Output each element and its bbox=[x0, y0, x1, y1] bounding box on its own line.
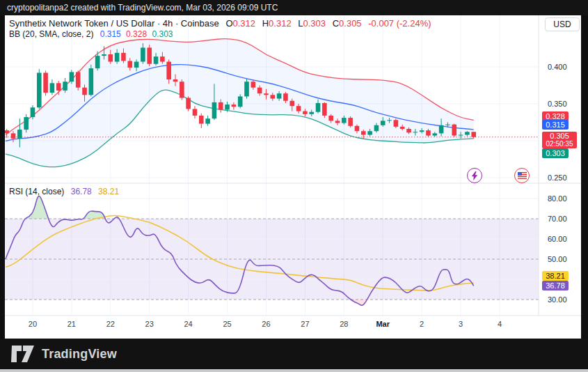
rsi-tick-label: 60.00 bbox=[548, 235, 567, 243]
rsi-tick-label: 50.00 bbox=[548, 255, 567, 263]
time-axis-label: 28 bbox=[340, 320, 348, 328]
time-axis-label: 3 bbox=[459, 320, 463, 328]
us-flag-event-icon[interactable] bbox=[514, 168, 530, 183]
ohlc-close-value: 0.305 bbox=[339, 18, 362, 29]
symbol-title[interactable]: Synthetix Network Token / US Dollar · 4h… bbox=[9, 18, 219, 29]
time-axis-label: 27 bbox=[301, 320, 309, 328]
tradingview-wordmark: TradingView bbox=[42, 347, 117, 362]
time-axis-label: 2 bbox=[420, 320, 424, 328]
window-edge-strip bbox=[0, 369, 588, 372]
time-axis-label: 25 bbox=[223, 320, 231, 328]
chart-canvas[interactable] bbox=[0, 0, 588, 372]
time-axis-label: 23 bbox=[145, 320, 154, 328]
right-frame-strip bbox=[581, 15, 588, 339]
price-tick-label: 0.250 bbox=[548, 173, 567, 182]
time-axis-label: 20 bbox=[29, 320, 37, 328]
ohlc-low-label: L bbox=[298, 18, 303, 29]
ohlc-high-label: H bbox=[262, 18, 269, 29]
ohlc-close-label: C bbox=[333, 18, 339, 29]
time-axis-label: 24 bbox=[184, 320, 193, 328]
price-level-badge: 0.315 bbox=[542, 120, 569, 130]
lightning-event-icon[interactable] bbox=[467, 168, 482, 183]
left-frame-strip bbox=[0, 15, 5, 339]
change-value: -0.007 (-2.24%) bbox=[368, 18, 431, 29]
snapshot-attribution-bar: cryptopolitanpa2 created with TradingVie… bbox=[0, 0, 588, 15]
ohlc-open-value: 0.312 bbox=[233, 18, 256, 29]
lightning-bolt-glyph bbox=[470, 171, 479, 180]
currency-toggle-button[interactable]: USD bbox=[545, 17, 580, 31]
price-tick-label: 0.400 bbox=[548, 63, 567, 71]
time-axis-label: 21 bbox=[67, 320, 76, 328]
price-level-badge: 0.303 bbox=[542, 148, 569, 158]
attribution-text: cryptopolitanpa2 created with TradingVie… bbox=[7, 3, 278, 13]
bb-lower-value: 0.303 bbox=[152, 29, 173, 39]
bb-upper-value: 0.328 bbox=[126, 29, 147, 39]
ohlc-low-value: 0.303 bbox=[303, 18, 326, 29]
bb-indicator-legend[interactable]: BB (20, SMA, close, 2) 0.315 0.328 0.303 bbox=[9, 29, 173, 39]
bb-mid-value: 0.315 bbox=[100, 29, 121, 39]
rsi-ma-value: 38.21 bbox=[98, 187, 119, 196]
rsi-tick-label: 70.00 bbox=[548, 215, 567, 223]
time-axis-label: 26 bbox=[262, 320, 270, 328]
time-axis-label: 22 bbox=[106, 320, 115, 328]
tradingview-logo-icon bbox=[11, 345, 35, 363]
rsi-level-badge: 36.78 bbox=[542, 281, 569, 290]
ohlc-high-value: 0.312 bbox=[269, 18, 292, 29]
symbol-header[interactable]: Synthetix Network Token / US Dollar · 4h… bbox=[9, 18, 431, 29]
tradingview-logo-link[interactable]: TradingView bbox=[11, 345, 117, 363]
us-flag-glyph bbox=[518, 172, 527, 179]
bb-label: BB (20, SMA, close, 2) bbox=[9, 29, 93, 39]
footer-bar: TradingView bbox=[0, 339, 588, 369]
price-tick-label: 0.350 bbox=[548, 100, 567, 108]
rsi-level-badge: 38.21 bbox=[542, 271, 569, 281]
currency-label: USD bbox=[553, 20, 571, 29]
time-axis-label: 4 bbox=[498, 320, 502, 328]
time-axis-label: Mar bbox=[376, 320, 390, 328]
ohlc-open-label: O bbox=[225, 18, 232, 29]
rsi-indicator-legend[interactable]: RSI (14, close) 36.78 38.21 bbox=[9, 187, 119, 196]
rsi-value: 36.78 bbox=[71, 187, 92, 196]
rsi-tick-label: 30.00 bbox=[548, 295, 567, 304]
tradingview-snapshot: cryptopolitanpa2 created with TradingVie… bbox=[0, 0, 588, 372]
current-price-badge: 0.30502:50:35 bbox=[542, 132, 577, 148]
rsi-label: RSI (14, close) bbox=[9, 187, 64, 196]
bar-countdown: 02:50:35 bbox=[542, 140, 577, 148]
rsi-tick-label: 80.00 bbox=[548, 194, 567, 203]
